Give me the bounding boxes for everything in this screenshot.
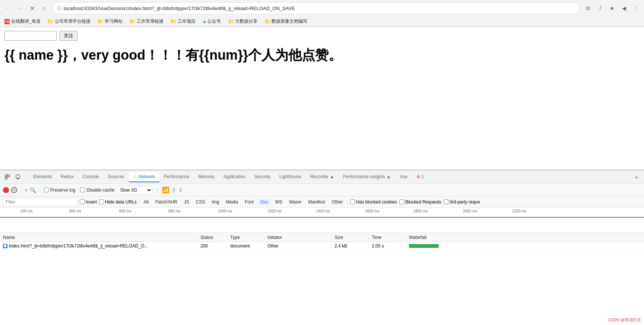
tab-lighthouse[interactable]: Lighthouse bbox=[275, 172, 306, 182]
invert-label[interactable]: Invert bbox=[80, 199, 97, 205]
row-waterfall bbox=[406, 244, 644, 248]
tab-memory[interactable]: Memory bbox=[194, 172, 219, 182]
col-header-status: Status bbox=[197, 235, 227, 240]
bookmark-cp[interactable]: 📁 公司常用平台链接 bbox=[47, 18, 92, 25]
bookmark-icon[interactable]: ★ bbox=[607, 3, 617, 13]
devtools-more-button[interactable]: » bbox=[632, 173, 641, 182]
bookmark-bd-label: 大数据分享 bbox=[235, 18, 257, 25]
disable-cache-checkbox[interactable] bbox=[80, 187, 85, 192]
new-window-icon[interactable]: ⧉ bbox=[583, 3, 593, 13]
filter-img-button[interactable]: Img bbox=[209, 199, 221, 205]
tick-400: 400 ms bbox=[69, 209, 81, 213]
bookmark-gzh-label: 公众号 bbox=[207, 18, 221, 25]
filter-input[interactable] bbox=[3, 198, 77, 206]
bookmark-xm-label: 工作项目 bbox=[178, 18, 196, 25]
filter-font-button[interactable]: Font bbox=[242, 199, 256, 205]
bookmark-yd-label: 在线翻译_有道 bbox=[11, 18, 41, 25]
filter-media-button[interactable]: Media bbox=[223, 199, 240, 205]
tab-security[interactable]: Security bbox=[250, 172, 275, 182]
search-icon[interactable]: 🔍 bbox=[30, 187, 36, 193]
filter-js-button[interactable]: JS bbox=[182, 199, 191, 205]
filter-css-button[interactable]: CSS bbox=[194, 199, 207, 205]
svg-rect-3 bbox=[16, 175, 20, 178]
tab-sources[interactable]: Sources bbox=[104, 172, 129, 182]
record-button[interactable] bbox=[3, 187, 9, 193]
tick-1400: 1400 ms bbox=[316, 209, 330, 213]
tab-console[interactable]: Console bbox=[78, 172, 104, 182]
lock-icon: ⓘ bbox=[57, 5, 61, 12]
bookmark-xm[interactable]: 📁 工作项目 bbox=[169, 18, 197, 25]
bookmark-yd[interactable]: YD 在线翻译_有道 bbox=[3, 18, 42, 25]
tick-2200: 2200 ms bbox=[512, 209, 526, 213]
tab-performance[interactable]: Performance bbox=[159, 172, 194, 182]
wifi-icon[interactable]: 📶 bbox=[162, 186, 169, 193]
device-toggle-button[interactable] bbox=[13, 173, 22, 182]
invert-checkbox[interactable] bbox=[80, 199, 85, 204]
tab-perf-insights[interactable]: Performance insights ▲ bbox=[339, 172, 395, 182]
tab-application[interactable]: Application bbox=[219, 172, 250, 182]
divider bbox=[139, 199, 139, 205]
forward-button[interactable]: → bbox=[15, 3, 25, 13]
svg-rect-0 bbox=[5, 175, 7, 177]
tick-800: 800 ms bbox=[168, 209, 181, 213]
disable-cache-label[interactable]: Disable cache bbox=[80, 187, 114, 193]
extensions-icon[interactable]: ◀ bbox=[619, 3, 629, 13]
tab-ext[interactable]: ⊗ 1 bbox=[412, 172, 428, 182]
chevron-down-icon[interactable]: ▼ bbox=[155, 187, 160, 193]
bookmark-cp-label: 公司常用平台链接 bbox=[55, 18, 91, 25]
row-name: 📄 index.html?_ijt=b9sfmfppivr17t3k72t8v4… bbox=[0, 243, 197, 249]
preserve-log-checkbox[interactable] bbox=[44, 187, 49, 192]
filter-wasm-button[interactable]: Wasm bbox=[287, 199, 304, 205]
svg-rect-4 bbox=[17, 179, 19, 179]
blocked-requests-label[interactable]: Blocked Requests bbox=[399, 199, 441, 205]
address-bar[interactable]: ⓘ localhost:63343/VueDemo/src/index.html… bbox=[52, 2, 580, 14]
has-blocked-cookies-checkbox[interactable] bbox=[350, 199, 355, 204]
bookmark-gzh[interactable]: ● 公众号 bbox=[202, 18, 222, 25]
filter-manifest-button[interactable]: Manifest bbox=[306, 199, 327, 205]
inspect-element-button[interactable] bbox=[3, 173, 12, 182]
hide-data-urls-checkbox[interactable] bbox=[99, 199, 104, 204]
filter-all-button[interactable]: All bbox=[142, 199, 151, 205]
nav-buttons: ← → ✕ ⌂ bbox=[3, 3, 49, 13]
clear-button[interactable]: ○ bbox=[11, 187, 17, 193]
reload-button[interactable]: ✕ bbox=[27, 3, 37, 13]
upload-icon[interactable]: ⇧ bbox=[172, 187, 176, 193]
home-button[interactable]: ⌂ bbox=[39, 3, 49, 13]
table-row[interactable]: 📄 index.html?_ijt=b9sfmfppivr17t3k72t8v4… bbox=[0, 242, 644, 250]
bookmark-bd[interactable]: 📁 大数据分享 bbox=[227, 18, 259, 25]
filter-icon[interactable]: ▿ bbox=[25, 187, 28, 193]
tab-vue[interactable]: Vue bbox=[395, 172, 412, 182]
throttle-select[interactable]: Slow 3G Fast 3G No throttling bbox=[117, 186, 152, 194]
hide-data-urls-label[interactable]: Hide data URLs bbox=[99, 199, 137, 205]
3rd-party-checkbox[interactable] bbox=[444, 199, 448, 204]
timeline-bar: 200 ms 400 ms 600 ms 800 ms 1000 ms 1200… bbox=[0, 208, 644, 218]
bookmark-dq[interactable]: 📁 数据质量文档编写 bbox=[263, 18, 309, 25]
file-icon: 📄 bbox=[3, 244, 7, 248]
tab-redux[interactable]: Redux bbox=[56, 172, 78, 182]
bookmark-xl[interactable]: 📁 学习网站 bbox=[96, 18, 124, 25]
row-type: document bbox=[227, 243, 264, 249]
bookmark-gz[interactable]: 📁 工作常用链接 bbox=[129, 18, 165, 25]
filter-other-button[interactable]: Other bbox=[330, 199, 345, 205]
preserve-log-label[interactable]: Preserve log bbox=[44, 187, 75, 193]
blocked-requests-checkbox[interactable] bbox=[399, 199, 404, 204]
name-input[interactable] bbox=[4, 31, 57, 41]
follow-button[interactable]: 关注 bbox=[60, 31, 77, 41]
filter-ws-button[interactable]: WS bbox=[273, 199, 285, 205]
tab-network[interactable]: ⚠Network bbox=[129, 172, 159, 182]
svg-rect-1 bbox=[8, 175, 10, 177]
filter-doc-button[interactable]: Doc bbox=[258, 199, 270, 205]
share-icon[interactable]: ⤴ bbox=[595, 3, 605, 13]
has-blocked-cookies-label[interactable]: Has blocked cookies bbox=[350, 199, 397, 205]
back-button[interactable]: ← bbox=[3, 3, 13, 13]
col-header-size: Size bbox=[331, 235, 369, 240]
tab-elements[interactable]: Elements bbox=[29, 172, 56, 182]
menu-icon[interactable]: ⋮ bbox=[631, 3, 641, 13]
filter-fetch-button[interactable]: Fetch/XHR bbox=[153, 199, 180, 205]
table-header: Name Status Type Initiator Size Time Wat… bbox=[0, 233, 644, 242]
download-icon[interactable]: ⇩ bbox=[178, 187, 183, 193]
tab-recorder[interactable]: Recorder ▲ bbox=[306, 172, 339, 182]
tick-1800: 1800 ms bbox=[413, 209, 428, 213]
network-toolbar: ○ ▿ 🔍 Preserve log Disable cache Slow 3G… bbox=[0, 184, 644, 196]
3rd-party-label[interactable]: 3rd-party reque bbox=[444, 199, 480, 205]
